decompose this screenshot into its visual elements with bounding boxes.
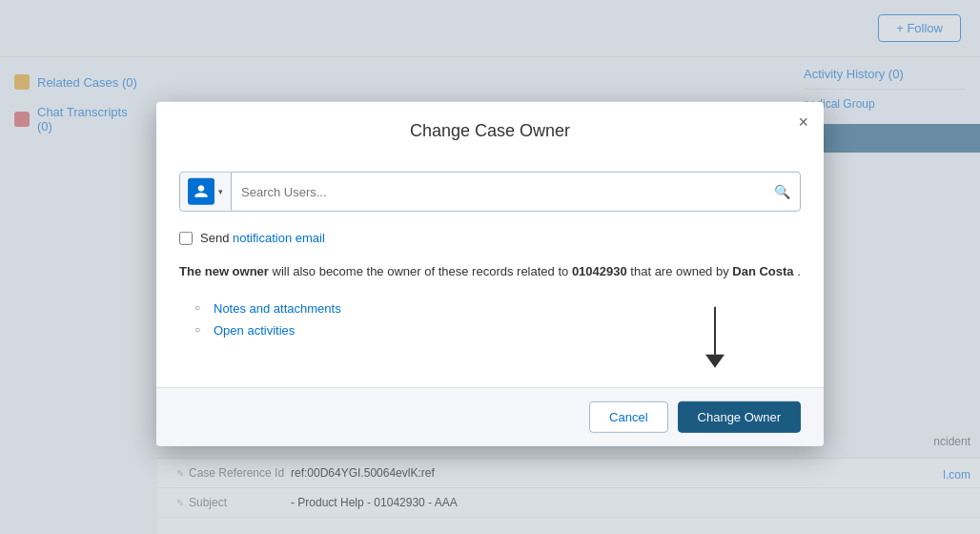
notification-label: Send notification email [200, 231, 325, 245]
modal-title: Change Case Owner [179, 121, 801, 141]
down-arrow-indicator [705, 307, 725, 368]
user-type-icon [188, 178, 214, 205]
search-container: ▾ 🔍 [179, 172, 801, 212]
type-chevron-icon: ▾ [218, 187, 223, 196]
records-list-container: Notes and attachments Open activities [179, 298, 705, 357]
modal-close-button[interactable]: × [798, 113, 808, 131]
list-item: Open activities [194, 319, 705, 341]
user-icon [194, 184, 209, 199]
list-item: Notes and attachments [194, 298, 705, 319]
search-type-selector[interactable]: ▾ [180, 173, 232, 211]
owner-name-bold: Dan Costa [732, 264, 793, 278]
records-list: Notes and attachments Open activities [194, 298, 705, 341]
modal-dialog: Change Case Owner × ▾ 🔍 [156, 102, 824, 446]
search-button[interactable]: 🔍 [765, 178, 800, 205]
notification-link[interactable]: notification email [233, 231, 325, 245]
modal-header: Change Case Owner × [156, 102, 824, 156]
info-text: The new owner will also become the owner… [179, 262, 801, 282]
change-owner-button[interactable]: Change Owner [678, 401, 801, 433]
search-users-input[interactable] [232, 176, 765, 206]
arrow-head [705, 355, 725, 368]
records-section: Notes and attachments Open activities [179, 298, 801, 368]
modal-footer: Cancel Change Owner [156, 387, 824, 446]
cancel-button[interactable]: Cancel [589, 401, 667, 433]
notification-row: Send notification email [179, 231, 801, 245]
search-icon: 🔍 [774, 184, 790, 199]
notification-checkbox[interactable] [179, 231, 193, 244]
case-number-bold: 01042930 [572, 264, 627, 278]
arrow-shaft [714, 307, 716, 355]
modal-body: ▾ 🔍 Send notification email The new owne… [156, 156, 824, 387]
new-owner-bold: The new owner [179, 264, 269, 278]
